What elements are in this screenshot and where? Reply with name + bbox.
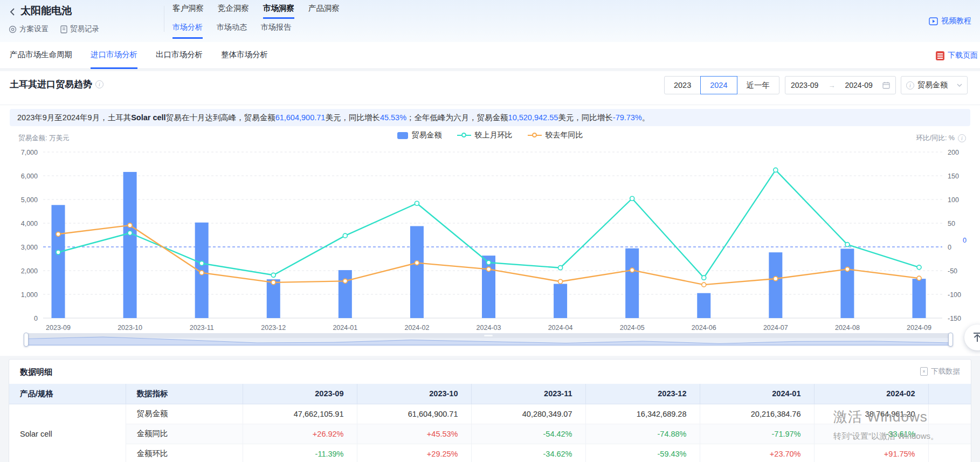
metric-dropdown[interactable]: i 贸易金额 (901, 76, 968, 94)
right-axis-tick: 0 (948, 244, 951, 251)
topbar: 太阳能电池 方案设置 贸易记录 客户洞察 竞企洞察 市场洞察 产品洞察 市场分析… (0, 0, 980, 42)
data-detail-header: 数据明细 x 下载数据 (9, 360, 971, 384)
subtab-market-analysis[interactable]: 市场分析 (172, 23, 203, 39)
bar-2023-09[interactable] (52, 205, 65, 318)
legend-yoy[interactable]: 较去年同比 (528, 130, 583, 140)
subtab-market-report[interactable]: 市场报告 (261, 23, 291, 39)
point-较去年同比-2024-06[interactable] (702, 282, 706, 287)
info-icon[interactable]: i (958, 134, 966, 142)
value-cell-2024-02-金额同比: -33.61% (814, 424, 928, 444)
empty-cell (928, 404, 971, 424)
download-page-link[interactable]: 下载页面 (936, 42, 978, 69)
column-header-2023-09: 2023-09 (243, 384, 357, 404)
point-较上月环比-2024-08[interactable] (845, 243, 850, 247)
right-axis-tick: -150 (948, 315, 961, 322)
trend-summary: 2023年9月至2024年9月，土耳其Solar cell贸易在十月达到高峰，贸… (10, 109, 970, 126)
bar-2024-06[interactable] (697, 293, 710, 318)
point-较去年同比-2024-03[interactable] (487, 267, 491, 271)
point-较去年同比-2023-10[interactable] (128, 223, 132, 227)
trade-records-link[interactable]: 贸易记录 (60, 24, 99, 34)
video-tutorial-label: 视频教程 (941, 16, 971, 26)
bar-2024-07[interactable] (769, 252, 782, 318)
point-较上月环比-2024-07[interactable] (774, 168, 778, 172)
slider-right-handle[interactable] (948, 333, 953, 347)
point-较上月环比-2024-05[interactable] (630, 196, 634, 201)
left-axis-tick: 7,000 (21, 149, 38, 156)
point-较去年同比-2024-09[interactable] (917, 276, 921, 280)
point-较上月环比-2024-04[interactable] (558, 266, 563, 270)
point-较去年同比-2024-05[interactable] (630, 268, 634, 272)
tab-market-insight[interactable]: 市场洞察 (263, 3, 294, 19)
back-icon[interactable] (8, 6, 18, 17)
right-axis-tick: 50 (948, 220, 955, 227)
slider-left-handle[interactable] (24, 333, 29, 347)
table-row-金额同比: 金额同比+26.92%+45.53%-54.42%-74.88%-71.97%-… (9, 424, 971, 444)
bar-2024-04[interactable] (554, 284, 567, 318)
legend-trade-amount[interactable]: 贸易金额 (397, 130, 442, 140)
video-tutorial-link[interactable]: 视频教程 (929, 16, 971, 26)
x-axis-label: 2024-02 (404, 324, 429, 332)
right-axis-tick: -50 (948, 267, 957, 275)
point-较去年同比-2023-09[interactable] (56, 232, 60, 236)
point-较去年同比-2024-01[interactable] (343, 279, 347, 283)
point-较上月环比-2023-10[interactable] (128, 231, 132, 235)
download-data-button[interactable]: x 下载数据 (920, 367, 960, 376)
column-header-2023-11: 2023-11 (471, 384, 585, 404)
nav-export-market-analysis[interactable]: 出口市场分析 (156, 42, 203, 69)
tab-customer-insight[interactable]: 客户洞察 (172, 3, 204, 19)
bar-2024-05[interactable] (625, 249, 639, 318)
slider-preview-wave (26, 333, 951, 346)
legend-mom[interactable]: 较上月环比 (457, 130, 513, 140)
tab-competitor-insight[interactable]: 竞企洞察 (218, 3, 249, 19)
legend-line-swatch (528, 135, 542, 136)
tab-product-insight[interactable]: 产品洞察 (308, 3, 340, 19)
point-较上月环比-2024-02[interactable] (415, 201, 419, 205)
point-较上月环比-2024-01[interactable] (343, 233, 347, 238)
bar-2024-09[interactable] (913, 279, 926, 318)
bar-2024-02[interactable] (410, 226, 424, 318)
recent-year-button[interactable]: 近一年 (737, 76, 780, 94)
point-较去年同比-2024-08[interactable] (845, 267, 850, 271)
point-较上月环比-2024-09[interactable] (917, 265, 921, 270)
point-较去年同比-2024-04[interactable] (558, 279, 563, 284)
point-较去年同比-2023-11[interactable] (199, 271, 204, 275)
year-2024-button[interactable]: 2024 (700, 76, 737, 94)
nav-import-market-analysis[interactable]: 进口市场分析 (91, 42, 137, 69)
year-2023-button[interactable]: 2023 (664, 76, 701, 94)
data-detail-title: 数据明细 (20, 367, 52, 377)
point-较上月环比-2024-06[interactable] (702, 275, 706, 280)
point-较去年同比-2024-02[interactable] (415, 261, 419, 265)
point-较上月环比-2023-09[interactable] (56, 250, 60, 254)
value-cell-2024-01-金额环比: +23.70% (700, 444, 814, 462)
insight-tabs: 客户洞察 竞企洞察 市场洞察 产品洞察 (172, 3, 340, 19)
bar-2023-10[interactable] (123, 172, 137, 318)
point-较上月环比-2023-11[interactable] (199, 261, 204, 265)
bar-2023-12[interactable] (267, 279, 280, 318)
left-axis-tick: 1,000 (21, 291, 38, 299)
trade-records-label: 贸易记录 (70, 24, 99, 34)
column-header-数据指标: 数据指标 (126, 384, 243, 404)
scheme-settings-link[interactable]: 方案设置 (9, 24, 49, 34)
nav-product-lifecycle[interactable]: 产品市场生命周期 (10, 42, 72, 69)
point-较上月环比-2023-12[interactable] (271, 273, 275, 277)
value-cell-2023-11-金额同比: -54.42% (471, 424, 585, 444)
point-较去年同比-2023-12[interactable] (271, 280, 275, 285)
download-page-label: 下载页面 (948, 51, 978, 60)
trend-chart[interactable]: 7,0006,0005,0004,0003,0002,0001,00002001… (10, 147, 970, 334)
info-icon: i (906, 81, 914, 89)
bar-2024-08[interactable] (840, 249, 854, 318)
tool-links: 方案设置 贸易记录 (9, 24, 99, 34)
data-zoom-slider[interactable] (26, 333, 951, 346)
import-trend-section: 土耳其进口贸易趋势 i 2023 2024 近一年 2023-09 → 2024… (0, 71, 980, 356)
x-axis-label: 2024-07 (763, 324, 788, 332)
column-header-2023-12: 2023-12 (585, 384, 700, 404)
bar-2024-01[interactable] (339, 270, 352, 318)
date-range-picker[interactable]: 2023-09 → 2024-09 (785, 76, 896, 94)
info-icon[interactable]: i (95, 80, 103, 88)
value-cell-2023-11-贸易金额: 40,280,349.07 (471, 404, 585, 424)
chart-legend: 贸易金额 较上月环比 较去年同比 (0, 130, 980, 140)
point-较上月环比-2024-03[interactable] (487, 260, 491, 265)
subtab-market-dynamics[interactable]: 市场动态 (217, 23, 247, 39)
nav-overall-market-analysis[interactable]: 整体市场分析 (221, 42, 268, 69)
point-较去年同比-2024-07[interactable] (774, 277, 778, 281)
